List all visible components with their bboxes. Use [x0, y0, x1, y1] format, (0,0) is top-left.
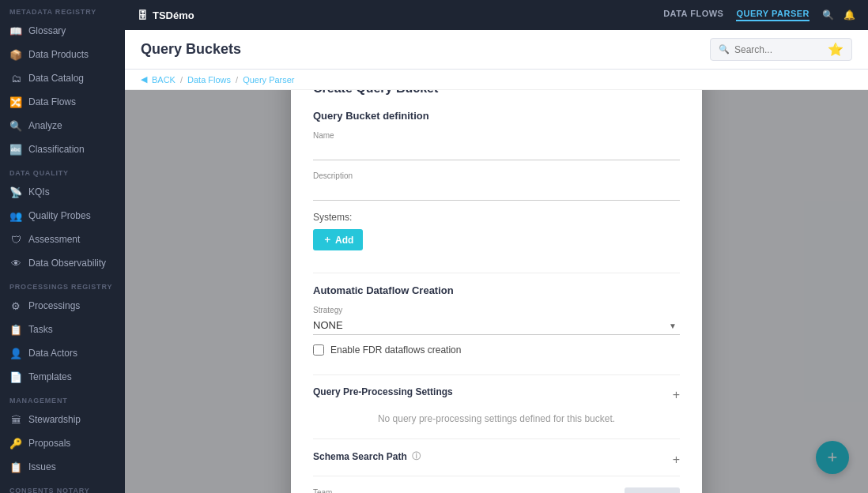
breadcrumb-query-parser[interactable]: Query Parser	[243, 75, 294, 85]
description-field: Description	[313, 171, 680, 201]
sidebar-icon-templates: 📄	[9, 371, 22, 383]
search-input[interactable]	[734, 44, 823, 55]
sidebar-item-tasks[interactable]: 📋 Tasks	[0, 318, 125, 341]
enable-fdr-row: Enable FDR dataflows creation	[313, 344, 680, 356]
back-arrow[interactable]: ◀	[141, 74, 147, 85]
topbar-icons: 🔍 🔔	[822, 9, 855, 21]
sidebar-icon-data-flows: 🔀	[9, 96, 22, 108]
add-system-button[interactable]: ＋ Add	[313, 229, 363, 250]
sidebar-label-glossary: Glossary	[28, 25, 66, 36]
page-header: Query Buckets 🔍 ⭐	[125, 30, 868, 70]
query-preprocessing-plus[interactable]: +	[673, 388, 680, 402]
auto-dataflow-label: Automatic Dataflow Creation	[313, 284, 680, 296]
sidebar-item-templates[interactable]: 📄 Templates	[0, 365, 125, 389]
strategy-select[interactable]: NONE	[313, 316, 680, 335]
schema-search-plus[interactable]: +	[673, 453, 680, 467]
systems-field: Systems: ＋ Add	[313, 212, 680, 250]
team-label: Team	[313, 488, 349, 494]
breadcrumb-back-label[interactable]: BACK	[152, 75, 175, 85]
sidebar-item-processings[interactable]: ⚙ Processings	[0, 294, 125, 318]
sidebar-icon-data-actors: 👤	[9, 347, 22, 359]
enable-fdr-label: Enable FDR dataflows creation	[330, 344, 461, 356]
sidebar-icon-data-products: 📦	[9, 48, 22, 61]
sidebar-section-label: DATA QUALITY	[0, 161, 125, 180]
name-input[interactable]	[313, 141, 680, 160]
content-area: Create Query Bucket Query Bucket definit…	[125, 90, 868, 493]
query-preprocessing-header: Query Pre-Processing Settings +	[313, 386, 680, 404]
sidebar-section-label: CONSENTS NOTARY	[0, 479, 125, 493]
preprocessing-empty-msg: No query pre-processing settings defined…	[313, 408, 680, 429]
sidebar-label-assessment: Assessment	[28, 234, 80, 245]
sidebar-icon-classification: 🔤	[9, 143, 22, 156]
sidebar-label-data-products: Data Products	[28, 49, 89, 60]
sidebar-label-quality-probes: Quality Probes	[28, 210, 91, 221]
search-icon[interactable]: 🔍	[822, 9, 834, 21]
query-preprocessing-section: Query Pre-Processing Settings + No query…	[313, 386, 680, 438]
nav-query-parser[interactable]: QUERY PARSER	[736, 9, 810, 21]
search-box: 🔍 ⭐	[710, 38, 852, 61]
sidebar-icon-processings: ⚙	[9, 299, 22, 312]
help-icon[interactable]: ⓘ	[412, 450, 421, 462]
sidebar-label-classification: Classification	[28, 144, 85, 155]
breadcrumb-data-flows[interactable]: Data Flows	[187, 75, 231, 85]
schema-search-label: Schema Search Path	[313, 451, 407, 462]
sidebar-item-proposals[interactable]: 🔑 Proposals	[0, 431, 125, 455]
sidebar-item-analyze[interactable]: 🔍 Analyze	[0, 114, 125, 137]
sidebar-label-data-catalog: Data Catalog	[28, 73, 84, 84]
sidebar-label-issues: Issues	[28, 461, 56, 472]
sidebar-label-kqis: KQIs	[28, 186, 50, 198]
main-area: 🗄 TSDémo DATA FLOWS QUERY PARSER 🔍 🔔 Que…	[125, 0, 868, 493]
sidebar-icon-glossary: 📖	[9, 24, 22, 37]
sidebar-item-classification[interactable]: 🔤 Classification	[0, 137, 125, 161]
modal-footer: Team Public ▼ CANCEL SAVE	[313, 476, 680, 493]
sidebar-label-data-observability: Data Observability	[28, 258, 106, 269]
footer-buttons: CANCEL SAVE	[575, 487, 680, 493]
enable-fdr-checkbox[interactable]	[313, 344, 324, 356]
sidebar-icon-analyze: 🔍	[9, 119, 22, 132]
sidebar-icon-stewardship: 🏛	[9, 413, 22, 426]
sidebar-item-issues[interactable]: 📋 Issues	[0, 455, 125, 479]
app-name-text: TSDémo	[153, 9, 194, 21]
sidebar-icon-data-catalog: 🗂	[9, 72, 22, 85]
sidebar-item-assessment[interactable]: 🛡 Assessment	[0, 228, 125, 251]
sidebar-icon-issues: 📋	[9, 461, 22, 473]
sidebar-item-data-catalog[interactable]: 🗂 Data Catalog	[0, 66, 125, 90]
app-icon: 🗄	[138, 9, 148, 21]
star-icon[interactable]: ⭐	[828, 42, 843, 57]
sidebar-icon-assessment: 🛡	[9, 233, 22, 246]
sidebar-label-data-actors: Data Actors	[28, 348, 77, 359]
sidebar-item-quality-probes[interactable]: 👥 Quality Probes	[0, 204, 125, 228]
sidebar-section-label: PROCESSINGS REGISTRY	[0, 275, 125, 294]
schema-search-title: Schema Search Path ⓘ	[313, 450, 421, 462]
save-button[interactable]: SAVE	[625, 487, 680, 493]
sidebar-label-tasks: Tasks	[28, 324, 53, 335]
sidebar-item-data-products[interactable]: 📦 Data Products	[0, 43, 125, 66]
plus-icon: ＋	[323, 233, 332, 246]
query-bucket-def-section: Query Bucket definition	[313, 110, 680, 122]
systems-label: Systems:	[313, 212, 680, 223]
sidebar-icon-data-observability: 👁	[9, 257, 22, 269]
sidebar-item-kqis[interactable]: 📡 KQIs	[0, 180, 125, 204]
topbar-right: DATA FLOWS QUERY PARSER 🔍 🔔	[663, 9, 855, 21]
sidebar-item-stewardship[interactable]: 🏛 Stewardship	[0, 408, 125, 431]
nav-data-flows[interactable]: DATA FLOWS	[663, 9, 723, 21]
sidebar-label-data-flows: Data Flows	[28, 96, 76, 107]
name-label: Name	[313, 131, 680, 140]
description-label: Description	[313, 171, 680, 180]
auto-dataflow-section: Automatic Dataflow Creation Strategy NON…	[313, 284, 680, 363]
breadcrumb: ◀ BACK / Data Flows / Query Parser	[125, 70, 868, 90]
strategy-select-wrap: NONE ▼	[313, 316, 680, 335]
sidebar-item-glossary[interactable]: 📖 Glossary	[0, 19, 125, 43]
breadcrumb-sep2: /	[236, 75, 238, 85]
sidebar-item-data-observability[interactable]: 👁 Data Observability	[0, 251, 125, 275]
sidebar-item-data-flows[interactable]: 🔀 Data Flows	[0, 90, 125, 114]
sidebar-item-data-actors[interactable]: 👤 Data Actors	[0, 341, 125, 365]
description-input[interactable]	[313, 182, 680, 201]
schema-search-header: Schema Search Path ⓘ +	[313, 450, 680, 469]
modal-title: Create Query Bucket	[313, 90, 680, 96]
sidebar-label-analyze: Analyze	[28, 120, 62, 131]
sidebar-label-processings: Processings	[28, 300, 80, 311]
search-icon-small: 🔍	[719, 44, 730, 55]
bell-icon[interactable]: 🔔	[843, 9, 855, 21]
sidebar-section-label: METADATA REGISTRY	[0, 0, 125, 19]
